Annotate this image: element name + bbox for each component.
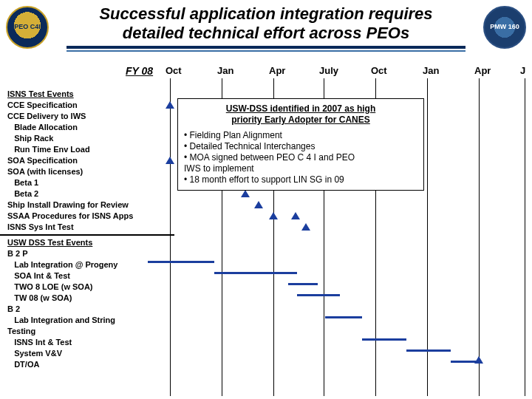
seal-right-label: PMW 160 [490, 24, 519, 31]
gantt-bar [214, 272, 297, 274]
milestone-marker [269, 212, 278, 219]
callout-head: USW-DSS identified in 2007 as high prior… [184, 103, 417, 126]
milestone-marker [166, 157, 174, 164]
fy-label: FY 08 [126, 65, 153, 77]
title-line-2: detailed technical effort across PEOs [59, 24, 473, 43]
title-line-1: Successful application integration requi… [59, 4, 473, 24]
milestone-marker [241, 190, 250, 197]
callout-head-line1: USW-DSS identified in 2007 as high [226, 103, 375, 114]
month-gridline [525, 78, 525, 396]
callout-bullets: • Fielding Plan Alignment• Detailed Tech… [184, 130, 417, 185]
slide-header: PEO C4I PMW 160 Successful application i… [0, 0, 532, 66]
month-gridline [479, 78, 480, 396]
milestone-marker [301, 223, 310, 231]
callout-bullet: • 18 month effort to support LIN SG in 0… [184, 174, 417, 185]
month-label: Jan [423, 65, 439, 76]
callout-bullet: IWS to implement [184, 163, 417, 174]
month-label: J [520, 65, 525, 76]
month-gridline [170, 78, 171, 396]
month-gridline [427, 78, 428, 396]
month-label: Apr [474, 65, 491, 76]
milestone-marker [254, 201, 263, 208]
gantt-bar [406, 349, 451, 352]
callout-bullet: • Fielding Plan Alignment [184, 130, 417, 141]
gantt-bar [362, 338, 406, 341]
gantt-bar [288, 283, 318, 285]
month-label: July [319, 65, 338, 76]
gantt-bar [325, 316, 362, 318]
title-rule-heavy [66, 46, 466, 49]
gantt-bar [148, 261, 214, 263]
month-label: Jan [217, 65, 233, 76]
callout-head-line2: priority Early Adopter for CANES [231, 115, 370, 125]
callout-box: USW-DSS identified in 2007 as high prior… [177, 98, 424, 191]
gantt-bar [451, 361, 479, 363]
seal-left-label: PEO C4I [14, 24, 41, 31]
seal-left: PEO C4I [6, 6, 49, 49]
seal-right: PMW 160 [483, 6, 526, 49]
milestone-marker [166, 101, 174, 109]
title-rule-light [66, 50, 466, 52]
month-label: Apr [269, 65, 285, 76]
month-label: Oct [166, 65, 182, 76]
page-title: Successful application integration requi… [59, 4, 473, 43]
callout-bullet: • Detailed Technical Interchanges [184, 141, 417, 152]
callout-bullet: • MOA signed between PEO C 4 I and PEO [184, 152, 417, 163]
milestone-marker [291, 212, 300, 219]
month-label: Oct [371, 65, 387, 76]
timeline-chart: ISNS Test EventsCCE SpecificationCCE Del… [7, 65, 532, 396]
gantt-bar [297, 294, 340, 296]
